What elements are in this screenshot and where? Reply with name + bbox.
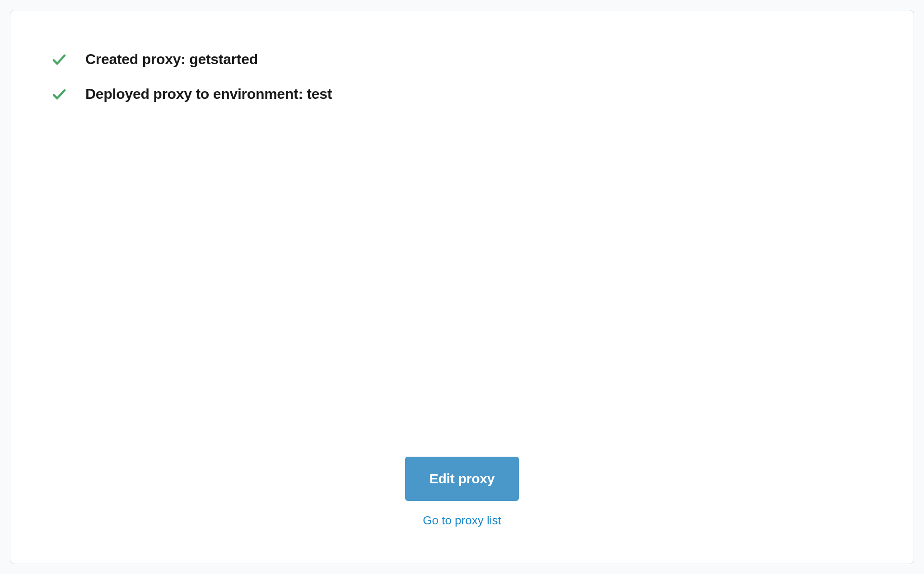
edit-proxy-button[interactable]: Edit proxy (405, 457, 519, 501)
go-to-proxy-list-link[interactable]: Go to proxy list (423, 514, 501, 528)
status-message: Deployed proxy to environment: test (85, 86, 332, 102)
check-icon (51, 51, 67, 68)
status-message: Created proxy: getstarted (85, 51, 258, 68)
status-row-created: Created proxy: getstarted (51, 51, 873, 68)
status-row-deployed: Deployed proxy to environment: test (51, 86, 873, 102)
actions-container: Edit proxy Go to proxy list (51, 457, 873, 537)
spacer (51, 102, 873, 457)
status-list: Created proxy: getstarted Deployed proxy… (51, 51, 873, 102)
status-card: Created proxy: getstarted Deployed proxy… (10, 10, 914, 564)
check-icon (51, 86, 67, 102)
